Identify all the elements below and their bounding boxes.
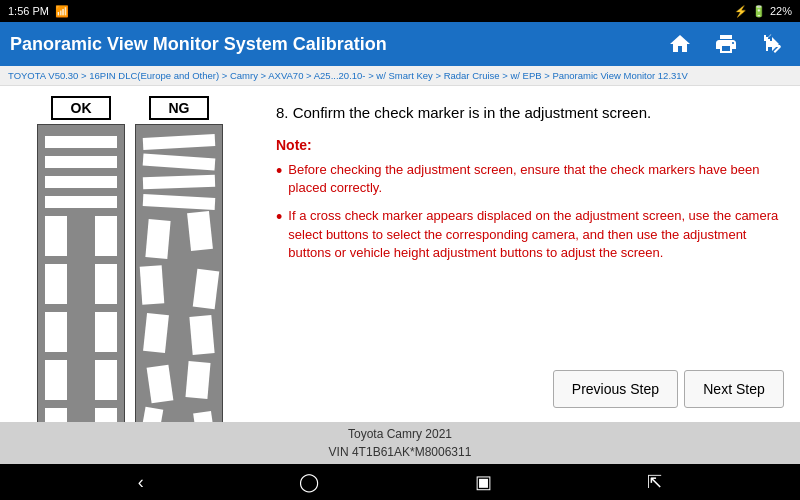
svg-rect-23 <box>140 265 165 304</box>
bullet-list: • Before checking the adjustment screen,… <box>276 161 784 272</box>
home-button[interactable] <box>662 26 698 62</box>
breadcrumb: TOYOTA V50.30 > 16PIN DLC(Europe and Oth… <box>0 66 800 86</box>
share-button[interactable] <box>754 26 790 62</box>
svg-rect-28 <box>185 361 210 399</box>
svg-rect-22 <box>187 211 213 251</box>
header: Panoramic View Monitor System Calibratio… <box>0 22 800 66</box>
back-nav-icon[interactable]: ‹ <box>138 472 144 493</box>
footer: Toyota Camry 2021 VIN 4T1B61AK*M8006311 <box>0 422 800 464</box>
ok-diagram: OK <box>37 96 125 422</box>
svg-rect-25 <box>143 313 169 353</box>
bullet-dot-2: • <box>276 207 282 229</box>
footer-line2: VIN 4T1B61AK*M8006311 <box>329 445 472 459</box>
home-nav-icon[interactable]: ◯ <box>299 471 319 493</box>
svg-rect-5 <box>45 216 67 256</box>
battery-percent: 22% <box>770 5 792 17</box>
bullet-dot-1: • <box>276 161 282 183</box>
header-icons <box>662 26 790 62</box>
page-title: Panoramic View Monitor System Calibratio… <box>10 34 387 55</box>
svg-rect-8 <box>95 264 117 304</box>
status-bar: 1:56 PM 📶 ⚡ 🔋 22% <box>0 0 800 22</box>
left-panel: OK <box>0 86 260 422</box>
svg-rect-3 <box>45 176 117 188</box>
status-bar-right: ⚡ 🔋 22% <box>734 5 792 18</box>
svg-rect-19 <box>143 175 215 190</box>
time-display: 1:56 PM <box>8 5 49 17</box>
ng-diagram-svg <box>135 124 223 422</box>
bullet-item-1: • Before checking the adjustment screen,… <box>276 161 784 197</box>
home-icon <box>668 32 692 56</box>
svg-rect-12 <box>95 360 117 400</box>
fullscreen-nav-icon[interactable]: ⇱ <box>647 471 662 493</box>
svg-rect-6 <box>95 216 117 256</box>
breadcrumb-text: TOYOTA V50.30 > 16PIN DLC(Europe and Oth… <box>8 70 688 81</box>
svg-rect-7 <box>45 264 67 304</box>
ng-diagram: NG <box>135 96 223 422</box>
ng-label: NG <box>149 96 209 120</box>
nav-bar: ‹ ◯ ▣ ⇱ <box>0 464 800 500</box>
step-title: 8. Confirm the check marker is in the ad… <box>276 102 784 123</box>
svg-rect-24 <box>193 269 219 309</box>
svg-rect-4 <box>45 196 117 208</box>
sim-icon: 📶 <box>55 5 69 18</box>
svg-rect-11 <box>45 360 67 400</box>
right-panel: 8. Confirm the check marker is in the ad… <box>260 86 800 422</box>
note-label: Note: <box>276 137 784 153</box>
svg-rect-9 <box>45 312 67 352</box>
print-icon <box>714 32 738 56</box>
svg-rect-14 <box>95 408 117 422</box>
svg-rect-2 <box>45 156 117 168</box>
svg-rect-21 <box>145 219 170 259</box>
svg-rect-10 <box>95 312 117 352</box>
ok-label: OK <box>51 96 111 120</box>
bluetooth-icon: ⚡ <box>734 5 748 18</box>
bullet-text-1: Before checking the adjustment screen, e… <box>288 161 784 197</box>
next-step-button[interactable]: Next Step <box>684 370 784 408</box>
main-content: OK <box>0 86 800 422</box>
svg-rect-26 <box>189 315 214 355</box>
previous-step-button[interactable]: Previous Step <box>553 370 678 408</box>
share-icon <box>760 32 784 56</box>
bottom-row: Previous Step Next Step <box>276 362 784 412</box>
footer-line1: Toyota Camry 2021 <box>348 427 452 441</box>
battery-icon: 🔋 <box>752 5 766 18</box>
status-bar-left: 1:56 PM 📶 <box>8 5 69 18</box>
recents-nav-icon[interactable]: ▣ <box>475 471 492 493</box>
bullet-text-2: If a cross check marker appears displace… <box>288 207 784 262</box>
svg-rect-13 <box>45 408 67 422</box>
ok-diagram-svg <box>37 124 125 422</box>
svg-rect-1 <box>45 136 117 148</box>
print-button[interactable] <box>708 26 744 62</box>
bullet-item-2: • If a cross check marker appears displa… <box>276 207 784 262</box>
